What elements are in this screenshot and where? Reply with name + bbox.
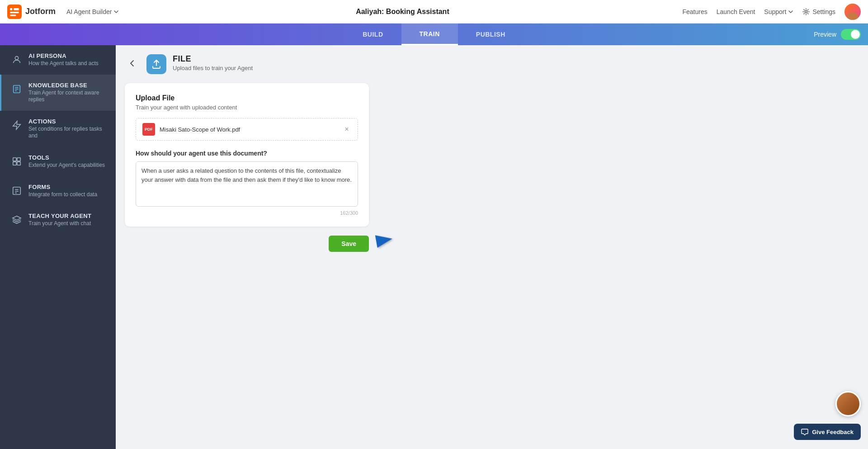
nav-right: Features Launch Event Support Settings (682, 4, 861, 20)
page-title: Aaliyah: Booking Assistant (123, 8, 682, 16)
sidebar-item-forms[interactable]: FORMS Integrate form to collect data (0, 176, 116, 206)
sidebar-item-teach-your-agent[interactable]: TEACH YOUR AGENT Train your Agent with c… (0, 205, 116, 235)
file-header: FILE Upload files to train your Agent (146, 54, 253, 74)
file-header-text: FILE Upload files to train your Agent (173, 54, 253, 71)
sidebar-teach-agent-text: TEACH YOUR AGENT Train your Agent with c… (28, 213, 91, 227)
card-subtitle: Train your agent with uploaded content (136, 104, 358, 111)
teach-agent-icon (10, 213, 23, 226)
launch-event-link[interactable]: Launch Event (717, 8, 755, 15)
file-section-subtitle: Upload files to train your Agent (173, 65, 253, 71)
logo[interactable]: Jotform (7, 5, 56, 19)
cursor-arrow (375, 232, 393, 248)
svg-rect-11 (13, 158, 16, 161)
svg-rect-3 (10, 12, 19, 13)
svg-rect-14 (17, 162, 20, 165)
preview-toggle[interactable] (841, 29, 861, 40)
sidebar-item-tools[interactable]: TOOLS Extend your Agent's capabilities (0, 147, 116, 176)
tab-build[interactable]: BUILD (344, 24, 401, 45)
sidebar-item-ai-persona[interactable]: AI PERSONA How the Agent talks and acts (0, 45, 116, 75)
svg-rect-15 (13, 187, 21, 194)
instruction-textarea[interactable]: When a user asks a related question to t… (136, 161, 358, 207)
file-section-title: FILE (173, 54, 253, 64)
file-remove-button[interactable]: × (342, 125, 351, 134)
file-upload-icon-box (146, 54, 166, 74)
svg-rect-2 (14, 8, 19, 10)
svg-point-5 (805, 10, 807, 13)
top-navigation: Jotform AI Agent Builder Aaliyah: Bookin… (0, 0, 868, 24)
back-button[interactable] (125, 56, 139, 71)
svg-point-6 (15, 57, 18, 60)
sidebar-knowledge-base-text: KNOWLEDGE BASE Train Agent for context a… (28, 82, 107, 104)
sidebar-forms-text: FORMS Integrate form to collect data (28, 184, 97, 199)
svg-rect-12 (17, 158, 20, 161)
sidebar-ai-persona-text: AI PERSONA How the Agent talks and acts (28, 52, 99, 67)
tab-train[interactable]: TRAIN (401, 24, 458, 45)
ai-persona-icon (10, 53, 23, 66)
sidebar-tools-text: TOOLS Extend your Agent's capabilities (28, 154, 105, 169)
preview-toggle-area: Preview (814, 29, 861, 40)
sidebar: AI PERSONA How the Agent talks and acts … (0, 45, 116, 449)
svg-rect-1 (10, 8, 12, 10)
forms-icon (10, 184, 23, 197)
tools-icon (10, 155, 23, 168)
sidebar-item-knowledge-base[interactable]: KNOWLEDGE BASE Train Agent for context a… (0, 75, 116, 111)
save-button[interactable]: Save (329, 236, 369, 252)
pdf-icon: PDF (142, 123, 155, 136)
content-area: FILE Upload files to train your Agent Up… (116, 45, 868, 449)
preview-label: Preview (814, 31, 836, 38)
sidebar-item-actions[interactable]: ACTIONS Set conditions for replies tasks… (0, 111, 116, 147)
instruction-label: How should your agent use this document? (136, 150, 358, 157)
file-name: Misaki Sato-Scope of Work.pdf (160, 126, 338, 133)
settings-button[interactable]: Settings (802, 8, 835, 15)
back-arrow-icon (127, 59, 137, 68)
give-feedback-button[interactable]: Give Feedback (794, 424, 861, 440)
floating-avatar (835, 391, 861, 416)
sidebar-actions-text: ACTIONS Set conditions for replies tasks… (28, 118, 107, 140)
features-link[interactable]: Features (682, 8, 707, 15)
chevron-down-icon (113, 9, 119, 14)
logo-text: Jotform (25, 7, 56, 16)
tab-publish[interactable]: PUBLISH (458, 24, 524, 45)
char-count: 162/300 (136, 210, 358, 216)
avatar[interactable] (844, 4, 861, 20)
card-title: Upload File (136, 94, 358, 102)
svg-rect-4 (10, 14, 16, 16)
save-area: Save (125, 236, 369, 252)
ai-agent-builder-button[interactable]: AI Agent Builder (63, 6, 123, 17)
upload-icon (151, 59, 162, 70)
upload-file-card: Upload File Train your agent with upload… (125, 83, 369, 227)
jotform-logo-icon (7, 5, 22, 19)
chevron-down-icon (788, 9, 793, 14)
page-header: FILE Upload files to train your Agent (125, 54, 859, 74)
toggle-knob (851, 30, 860, 39)
support-button[interactable]: Support (764, 8, 793, 15)
tab-bar: BUILD TRAIN PUBLISH Preview (0, 24, 868, 45)
actions-icon (10, 119, 23, 132)
file-item: PDF Misaki Sato-Scope of Work.pdf × (136, 118, 358, 141)
knowledge-base-icon (10, 83, 23, 95)
gear-icon (802, 8, 810, 15)
feedback-icon (801, 428, 808, 435)
svg-rect-13 (13, 162, 16, 165)
main-layout: AI PERSONA How the Agent talks and acts … (0, 45, 868, 449)
